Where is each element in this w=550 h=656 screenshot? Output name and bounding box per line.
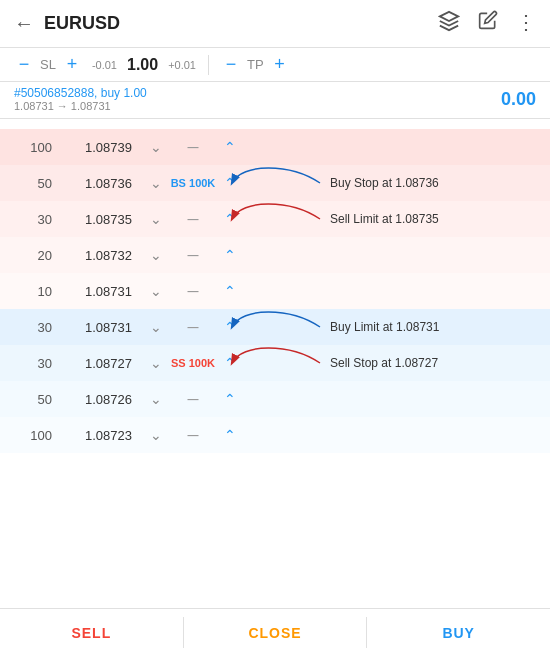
dom-actions: ⌄—⌃: [140, 283, 236, 299]
dom-price: 1.08731: [60, 284, 140, 299]
main-content: ← EURUSD ⋮ − SL + -0.01 1.00 +0.01 − TP …: [0, 0, 550, 608]
order-route: 1.08731 → 1.08731: [14, 100, 147, 112]
dom-row: 301.08735⌄—⌃: [0, 201, 550, 237]
dom-order-label: —: [168, 141, 218, 153]
dom-row: 201.08732⌄—⌃: [0, 237, 550, 273]
edit-icon[interactable]: [478, 10, 498, 37]
dom-arrow-up[interactable]: ⌃: [224, 319, 236, 335]
sell-button[interactable]: SELL: [0, 609, 183, 656]
dom-arrow-up[interactable]: ⌃: [224, 427, 236, 443]
tp-plus-button[interactable]: +: [270, 54, 290, 75]
dom-row: 301.08731⌄—⌃: [0, 309, 550, 345]
dom-row: 101.08731⌄—⌃: [0, 273, 550, 309]
dom-row: 1001.08723⌄—⌃: [0, 417, 550, 453]
sl-value: 1.00: [127, 56, 158, 74]
dom-actions: ⌄—⌃: [140, 247, 236, 263]
dom-row: 501.08736⌄BS 100K⌃: [0, 165, 550, 201]
back-button[interactable]: ←: [14, 12, 34, 35]
dom-order-label: —: [168, 213, 218, 225]
buy-button[interactable]: BUY: [367, 609, 550, 656]
dom-arrow-up[interactable]: ⌃: [224, 391, 236, 407]
dom-actions: ⌄BS 100K⌃: [140, 175, 236, 191]
dom-order-label: —: [168, 393, 218, 405]
dom-order-label: SS 100K: [168, 357, 218, 369]
order-info-row: #50506852888, buy 1.00 1.08731 → 1.08731…: [0, 82, 550, 119]
dom-price: 1.08731: [60, 320, 140, 335]
dom-table: 1001.08739⌄—⌃501.08736⌄BS 100K⌃301.08735…: [0, 129, 550, 453]
sl-minus-button[interactable]: −: [14, 54, 34, 75]
dom-actions: ⌄—⌃: [140, 139, 236, 155]
dom-area: 1001.08739⌄—⌃501.08736⌄BS 100K⌃301.08735…: [0, 119, 550, 463]
order-pnl: 0.00: [501, 89, 536, 110]
dom-arrow-down[interactable]: ⌄: [150, 211, 162, 227]
dom-volume: 20: [0, 248, 60, 263]
dom-arrow-down[interactable]: ⌄: [150, 175, 162, 191]
dom-arrow-down[interactable]: ⌄: [150, 283, 162, 299]
dom-order-label: —: [168, 285, 218, 297]
dom-actions: ⌄—⌃: [140, 427, 236, 443]
sl-label: SL: [40, 57, 56, 72]
header: ← EURUSD ⋮: [0, 0, 550, 48]
dom-order-label: BS 100K: [168, 177, 218, 189]
dom-actions: ⌄—⌃: [140, 391, 236, 407]
dom-arrow-down[interactable]: ⌄: [150, 319, 162, 335]
order-details: #50506852888, buy 1.00 1.08731 → 1.08731: [14, 86, 147, 112]
dom-price: 1.08726: [60, 392, 140, 407]
dom-arrow-down[interactable]: ⌄: [150, 139, 162, 155]
sl-delta-neg: -0.01: [92, 59, 117, 71]
close-button[interactable]: CLOSE: [184, 609, 367, 656]
layers-icon[interactable]: [438, 10, 460, 37]
dom-order-label: —: [168, 321, 218, 333]
sl-plus-button[interactable]: +: [62, 54, 82, 75]
dom-row: 1001.08739⌄—⌃: [0, 129, 550, 165]
page-title: EURUSD: [44, 13, 438, 34]
dom-arrow-up[interactable]: ⌃: [224, 283, 236, 299]
dom-volume: 30: [0, 320, 60, 335]
dom-row: 501.08726⌄—⌃: [0, 381, 550, 417]
dom-price: 1.08723: [60, 428, 140, 443]
dom-actions: ⌄SS 100K⌃: [140, 355, 236, 371]
dom-volume: 50: [0, 392, 60, 407]
more-icon[interactable]: ⋮: [516, 10, 536, 37]
dom-arrow-up[interactable]: ⌃: [224, 211, 236, 227]
dom-volume: 50: [0, 176, 60, 191]
dom-order-label: —: [168, 249, 218, 261]
dom-volume: 30: [0, 212, 60, 227]
tp-label: TP: [247, 57, 264, 72]
sl-delta-pos: +0.01: [168, 59, 196, 71]
dom-actions: ⌄—⌃: [140, 211, 236, 227]
dom-price: 1.08736: [60, 176, 140, 191]
dom-arrow-up[interactable]: ⌃: [224, 139, 236, 155]
dom-price: 1.08735: [60, 212, 140, 227]
tp-minus-button[interactable]: −: [221, 54, 241, 75]
dom-row: 301.08727⌄SS 100K⌃: [0, 345, 550, 381]
dom-volume: 100: [0, 140, 60, 155]
dom-arrow-down[interactable]: ⌄: [150, 391, 162, 407]
dom-price: 1.08727: [60, 356, 140, 371]
dom-volume: 30: [0, 356, 60, 371]
dom-arrow-up[interactable]: ⌃: [224, 175, 236, 191]
header-icons: ⋮: [438, 10, 536, 37]
sl-tp-bar: − SL + -0.01 1.00 +0.01 − TP +: [0, 48, 550, 82]
footer: SELL CLOSE BUY: [0, 608, 550, 656]
dom-arrow-up[interactable]: ⌃: [224, 355, 236, 371]
dom-order-label: —: [168, 429, 218, 441]
dom-volume: 10: [0, 284, 60, 299]
dom-volume: 100: [0, 428, 60, 443]
dom-price: 1.08739: [60, 140, 140, 155]
dom-arrow-down[interactable]: ⌄: [150, 427, 162, 443]
dom-arrow-down[interactable]: ⌄: [150, 355, 162, 371]
dom-arrow-down[interactable]: ⌄: [150, 247, 162, 263]
order-id: #50506852888, buy 1.00: [14, 86, 147, 100]
dom-price: 1.08732: [60, 248, 140, 263]
dom-actions: ⌄—⌃: [140, 319, 236, 335]
dom-arrow-up[interactable]: ⌃: [224, 247, 236, 263]
sl-tp-divider: [208, 55, 209, 75]
